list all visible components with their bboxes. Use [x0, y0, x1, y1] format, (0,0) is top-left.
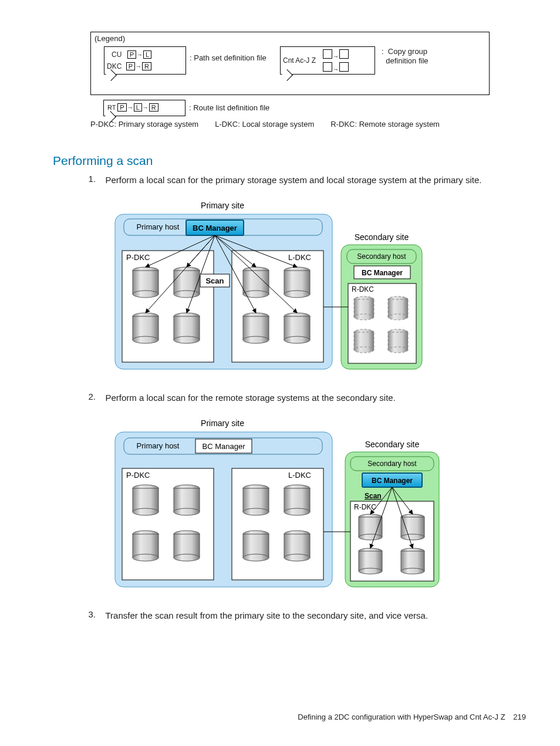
svg-rect-73 [232, 468, 323, 580]
copygroup-label-2: definition file [386, 56, 428, 65]
diagram-step2: Primary site Primary host BC Manager P-D… [113, 414, 525, 590]
p-box: P [127, 50, 136, 59]
step-text: Perform a local scan for the primary sto… [105, 174, 516, 186]
svg-text:Primary host: Primary host [137, 222, 180, 231]
pathset-label: : Path set definition file [190, 53, 266, 62]
svg-point-95 [243, 554, 269, 561]
cntacj-label: Cnt Ac-J Z [283, 56, 316, 65]
svg-point-98 [284, 554, 310, 561]
steps-list: 1. Perform a local scan for the primary … [78, 174, 525, 630]
svg-text:BC Manager: BC Manager [193, 224, 237, 232]
arrow-icon: → [332, 66, 339, 73]
svg-point-89 [243, 508, 269, 515]
svg-text:L-DKC: L-DKC [288, 471, 311, 480]
svg-rect-8 [232, 251, 323, 362]
svg-text:P-DKC: P-DKC [126, 471, 150, 480]
rt-label: RT [107, 104, 116, 111]
arrow-icon: → [127, 104, 134, 111]
svg-point-33 [284, 336, 310, 343]
r-box: R [149, 103, 158, 112]
colon: : [382, 47, 384, 56]
svg-point-54 [354, 314, 374, 320]
svg-rect-71 [122, 468, 214, 580]
svg-point-119 [401, 568, 424, 574]
page-footer: Defining a 2DC configuration with HyperS… [298, 713, 526, 721]
step-number: 2. [78, 391, 96, 401]
svg-point-12 [133, 291, 158, 298]
l-box: L [143, 50, 151, 59]
copygroup-file-icon: Cnt Ac-J Z → → [280, 46, 375, 75]
page-number: 219 [513, 713, 526, 721]
rdkc-def: R-DKC: Remote storage system [330, 120, 440, 129]
svg-rect-6 [122, 251, 214, 362]
ldkc-def: L-DKC: Local storage system [215, 120, 314, 129]
arrow-icon: → [136, 51, 143, 58]
svg-point-80 [174, 508, 200, 515]
svg-point-113 [401, 534, 424, 540]
svg-text:Primary host: Primary host [137, 441, 180, 450]
svg-text:Secondary site: Secondary site [365, 440, 420, 449]
svg-point-57 [388, 314, 408, 320]
svg-text:Scan: Scan [205, 276, 224, 285]
svg-text:Primary site: Primary site [201, 201, 244, 210]
cube-icon [339, 62, 349, 72]
svg-point-60 [354, 347, 374, 353]
svg-point-21 [174, 336, 200, 343]
cube-icon [339, 49, 349, 59]
svg-text:Primary site: Primary site [201, 418, 244, 428]
svg-point-77 [133, 508, 158, 515]
section-heading: Performing a scan [53, 154, 153, 168]
list-item: 3. Transfer the scan result from the pri… [78, 609, 525, 622]
svg-point-83 [133, 554, 158, 561]
arrow-icon: → [332, 53, 339, 60]
svg-point-116 [359, 568, 382, 574]
svg-point-18 [133, 336, 158, 343]
p-box: P [117, 103, 126, 112]
step-text: Perform a local scan for the remote stor… [105, 391, 516, 404]
svg-text:BC Manager: BC Manager [362, 269, 403, 277]
svg-text:P-DKC: P-DKC [126, 253, 150, 262]
cube-icon [323, 62, 332, 72]
svg-point-63 [388, 347, 408, 353]
svg-text:BC Manager: BC Manager [203, 442, 246, 451]
copygroup-label-1: Copy group [388, 47, 427, 56]
svg-text:Secondary site: Secondary site [355, 232, 409, 242]
diagram-step1: Primary site Primary host BC Manager P-D… [113, 197, 525, 373]
svg-text:L-DKC: L-DKC [288, 253, 311, 262]
svg-text:Scan: Scan [365, 492, 382, 500]
arrow-icon: → [135, 63, 142, 70]
cu-label: CU [112, 50, 122, 59]
legend-title: (Legend) [95, 34, 125, 43]
routelist-label: : Route list definition file [189, 103, 269, 112]
l-box: L [134, 103, 142, 112]
svg-point-24 [243, 291, 269, 298]
list-item: 1. Perform a local scan for the primary … [78, 174, 525, 186]
legend-figure: (Legend) CU P→L DKC P→R : Path set defin… [90, 32, 492, 130]
step-number: 3. [78, 609, 96, 619]
svg-point-30 [243, 336, 269, 343]
list-item: 2. Perform a local scan for the remote s… [78, 391, 525, 404]
legend-definitions: P-DKC: Primary storage system L-DKC: Loc… [90, 120, 490, 129]
step-text: Transfer the scan result from the primar… [105, 609, 516, 622]
dkc-label: DKC [107, 62, 122, 70]
legend-box: (Legend) CU P→L DKC P→R : Path set defin… [90, 32, 490, 95]
svg-text:Secondary host: Secondary host [367, 460, 417, 468]
footer-text: Defining a 2DC configuration with HyperS… [298, 713, 505, 721]
step-number: 1. [78, 174, 96, 184]
svg-point-27 [284, 291, 310, 298]
arrow-icon: → [142, 104, 149, 111]
svg-text:BC Manager: BC Manager [372, 477, 413, 485]
pdkc-def: P-DKC: Primary storage system [90, 120, 198, 129]
routelist-file-icon: RT P→L→R [103, 100, 185, 116]
svg-text:Secondary host: Secondary host [357, 252, 406, 261]
svg-point-92 [284, 508, 310, 515]
svg-text:R-DKC: R-DKC [352, 285, 374, 293]
svg-point-110 [359, 534, 382, 540]
svg-point-15 [174, 291, 200, 298]
cube-icon [323, 49, 332, 59]
pathset-file-icon: CU P→L DKC P→R [104, 46, 186, 75]
r-box: R [142, 62, 151, 70]
svg-point-86 [174, 554, 200, 561]
p-box: P [126, 62, 135, 70]
svg-text:R-DKC: R-DKC [354, 503, 376, 511]
